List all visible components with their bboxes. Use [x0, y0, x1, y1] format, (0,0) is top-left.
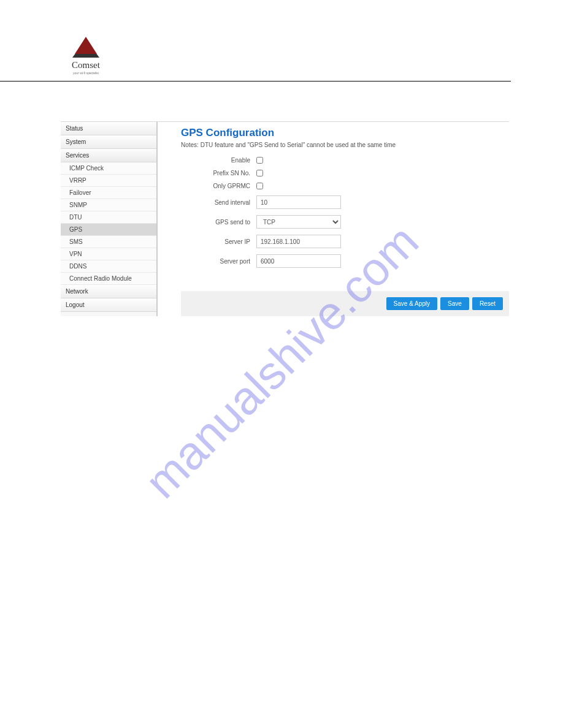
sidebar-item-status[interactable]: Status	[61, 122, 156, 135]
sidebar-subitem-radio[interactable]: Connect Radio Module	[61, 273, 156, 285]
interval-input[interactable]	[256, 195, 341, 209]
sidebar: Status System Services ICMP Check VRRP F…	[61, 122, 158, 316]
serverip-label: Server IP	[181, 238, 256, 245]
gprmc-checkbox[interactable]	[256, 183, 263, 189]
main-content: GPS Configuration Notes: DTU feature and…	[158, 122, 509, 316]
form-row-prefix: Prefix SN No.	[181, 170, 509, 176]
form-row-enable: Enable	[181, 157, 509, 164]
sendto-select[interactable]: TCP	[256, 215, 341, 229]
enable-checkbox[interactable]	[256, 157, 263, 164]
interval-label: Send interval	[181, 199, 256, 206]
admin-panel: Status System Services ICMP Check VRRP F…	[61, 121, 509, 316]
sidebar-subitem-gps[interactable]: GPS	[61, 224, 156, 236]
sidebar-subitem-ddns[interactable]: DDNS	[61, 260, 156, 273]
form-row-serverip: Server IP	[181, 235, 509, 248]
save-button[interactable]: Save	[440, 297, 469, 310]
sidebar-subitem-failover[interactable]: Failover	[61, 187, 156, 199]
logo-icon	[75, 37, 97, 54]
prefix-checkbox[interactable]	[256, 170, 263, 176]
save-apply-button[interactable]: Save & Apply	[386, 297, 437, 310]
serverport-label: Server port	[181, 258, 256, 265]
logo-subtext: your wi-fi specialist	[73, 71, 99, 75]
enable-label: Enable	[181, 157, 256, 164]
button-bar: Save & Apply Save Reset	[181, 291, 509, 316]
logo-text: Comset	[72, 60, 100, 70]
sidebar-subitem-dtu[interactable]: DTU	[61, 211, 156, 224]
page-notes: Notes: DTU feature and "GPS Send to Seri…	[181, 142, 509, 148]
form-row-gprmc: Only GPRMC	[181, 183, 509, 189]
sendto-label: GPS send to	[181, 219, 256, 226]
gprmc-label: Only GPRMC	[181, 183, 256, 189]
form-row-interval: Send interval	[181, 195, 509, 209]
serverport-input[interactable]	[256, 254, 341, 268]
sidebar-item-network[interactable]: Network	[61, 285, 156, 298]
logo: Comset your wi-fi specialist	[64, 37, 107, 75]
form-row-sendto: GPS send to TCP	[181, 215, 509, 229]
sidebar-subitem-vrrp[interactable]: VRRP	[61, 175, 156, 187]
serverip-input[interactable]	[256, 235, 341, 248]
sidebar-subitem-icmp[interactable]: ICMP Check	[61, 162, 156, 175]
sidebar-item-services[interactable]: Services	[61, 149, 156, 162]
sidebar-subitem-vpn[interactable]: VPN	[61, 248, 156, 260]
reset-button[interactable]: Reset	[472, 297, 503, 310]
page-header: Comset your wi-fi specialist	[0, 0, 511, 82]
form-row-serverport: Server port	[181, 254, 509, 268]
page-title: GPS Configuration	[181, 127, 509, 139]
prefix-label: Prefix SN No.	[181, 170, 256, 176]
sidebar-item-system[interactable]: System	[61, 135, 156, 149]
sidebar-subitem-sms[interactable]: SMS	[61, 236, 156, 248]
sidebar-subitem-snmp[interactable]: SNMP	[61, 199, 156, 211]
sidebar-item-logout[interactable]: Logout	[61, 298, 156, 312]
